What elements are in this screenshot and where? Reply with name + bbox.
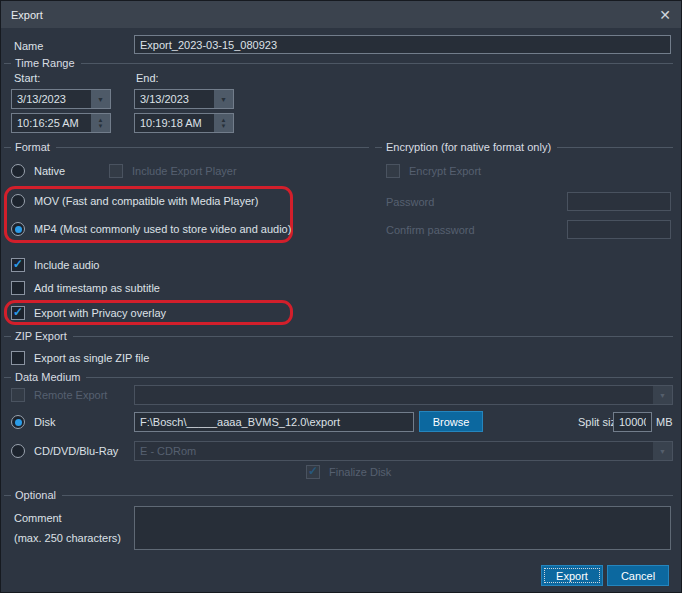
- zip-export-header: ZIP Export: [4, 329, 673, 343]
- checkbox-single-zip[interactable]: Export as single ZIP file: [11, 350, 149, 366]
- native-radio-icon[interactable]: [11, 164, 25, 178]
- mov-label: MOV (Fast and compatible with Media Play…: [34, 195, 258, 207]
- start-time-value: 10:16:25 AM: [12, 114, 91, 132]
- single-zip-checkbox-icon[interactable]: [11, 351, 25, 365]
- finalize-disk-label: Finalize Disk: [329, 466, 391, 478]
- checkbox-remote-export: Remote Export: [11, 387, 107, 403]
- include-audio-label: Include audio: [34, 259, 99, 271]
- include-export-player-checkbox-icon: [109, 164, 123, 178]
- end-date-picker[interactable]: 3/13/2023: [134, 89, 234, 109]
- name-label: Name: [14, 40, 43, 52]
- radio-mov[interactable]: MOV (Fast and compatible with Media Play…: [11, 193, 258, 209]
- remote-export-dropdown: [134, 385, 673, 405]
- end-date-value: 3/13/2023: [135, 90, 214, 108]
- checkbox-privacy-overlay[interactable]: ✓ Export with Privacy overlay: [11, 305, 166, 321]
- time-range-header: Time Range: [4, 56, 673, 70]
- start-time-spinner[interactable]: 10:16:25 AM ▲▼: [11, 113, 111, 133]
- mov-radio-icon[interactable]: [11, 194, 25, 208]
- end-time-spin-icons[interactable]: ▲▼: [214, 114, 233, 132]
- include-export-player-label: Include Export Player: [132, 165, 237, 177]
- radio-cd-dvd-bluray[interactable]: CD/DVD/Blu-Ray: [11, 443, 118, 459]
- password-label: Password: [386, 196, 434, 208]
- confirm-password-input: [567, 220, 671, 239]
- cd-radio-icon[interactable]: [11, 444, 25, 458]
- confirm-password-label: Confirm password: [386, 224, 475, 236]
- export-button[interactable]: Export: [541, 565, 603, 586]
- comment-textarea[interactable]: [134, 506, 671, 550]
- title-bar: Export ✕: [1, 1, 681, 28]
- mp4-label: MP4 (Most commonly used to store video a…: [34, 223, 291, 235]
- end-time-value: 10:19:18 AM: [135, 114, 214, 132]
- start-date-dropdown-icon[interactable]: [91, 90, 110, 108]
- optional-header: Optional: [4, 488, 673, 502]
- encrypt-export-label: Encrypt Export: [409, 165, 481, 177]
- remote-export-checkbox-icon: [11, 388, 25, 402]
- cancel-button[interactable]: Cancel: [607, 565, 669, 586]
- start-time-spin-icons[interactable]: ▲▼: [91, 114, 110, 132]
- checkbox-encrypt-export: Encrypt Export: [386, 163, 481, 179]
- native-label: Native: [34, 165, 65, 177]
- add-timestamp-label: Add timestamp as subtitle: [34, 282, 160, 294]
- start-label: Start:: [14, 72, 40, 84]
- comment-label: Comment: [14, 512, 62, 524]
- close-icon[interactable]: ✕: [659, 8, 671, 22]
- checkbox-add-timestamp[interactable]: Add timestamp as subtitle: [11, 280, 160, 296]
- radio-mp4[interactable]: MP4 (Most commonly used to store video a…: [11, 221, 291, 237]
- cd-drive-dropdown-value: E - CDRom: [135, 442, 653, 460]
- format-header: Format: [4, 140, 369, 154]
- privacy-overlay-checkbox-icon[interactable]: ✓: [11, 306, 25, 320]
- radio-disk[interactable]: Disk: [11, 414, 55, 430]
- start-date-value: 3/13/2023: [12, 90, 91, 108]
- encryption-header: Encryption (for native format only): [375, 140, 673, 154]
- end-time-spinner[interactable]: 10:19:18 AM ▲▼: [134, 113, 234, 133]
- data-medium-header: Data Medium: [4, 370, 673, 384]
- privacy-overlay-label: Export with Privacy overlay: [34, 307, 166, 319]
- disk-label: Disk: [34, 416, 55, 428]
- split-size-input[interactable]: [613, 412, 652, 432]
- start-date-picker[interactable]: 3/13/2023: [11, 89, 111, 109]
- mp4-radio-icon[interactable]: [11, 222, 25, 236]
- cd-drive-dropdown: E - CDRom: [134, 441, 673, 461]
- single-zip-label: Export as single ZIP file: [34, 352, 149, 364]
- remote-export-label: Remote Export: [34, 389, 107, 401]
- include-audio-checkbox-icon[interactable]: ✓: [11, 258, 25, 272]
- comment-hint-label: (max. 250 characters): [14, 532, 121, 544]
- encrypt-export-checkbox-icon: [386, 164, 400, 178]
- end-label: End:: [136, 72, 159, 84]
- browse-button[interactable]: Browse: [419, 411, 483, 432]
- remote-export-dropdown-value: [135, 386, 653, 404]
- split-size-unit-label: MB: [656, 416, 673, 428]
- cd-drive-dropdown-icon: [653, 442, 672, 460]
- checkbox-finalize-disk: ✓ Finalize Disk: [306, 464, 391, 480]
- remote-export-dropdown-icon: [653, 386, 672, 404]
- cd-label: CD/DVD/Blu-Ray: [34, 445, 118, 457]
- radio-native[interactable]: Native: [11, 163, 65, 179]
- checkbox-include-audio[interactable]: ✓ Include audio: [11, 257, 99, 273]
- finalize-disk-checkbox-icon: ✓: [306, 465, 320, 479]
- name-input[interactable]: [134, 35, 671, 54]
- checkbox-include-export-player: Include Export Player: [109, 163, 237, 179]
- end-date-dropdown-icon[interactable]: [214, 90, 233, 108]
- export-dialog: Export ✕ Name Time Range Start: End: 3/1…: [0, 0, 682, 593]
- disk-radio-icon[interactable]: [11, 415, 25, 429]
- add-timestamp-checkbox-icon[interactable]: [11, 281, 25, 295]
- password-input: [567, 192, 671, 211]
- disk-path-input[interactable]: [134, 412, 414, 432]
- dialog-title: Export: [11, 9, 43, 21]
